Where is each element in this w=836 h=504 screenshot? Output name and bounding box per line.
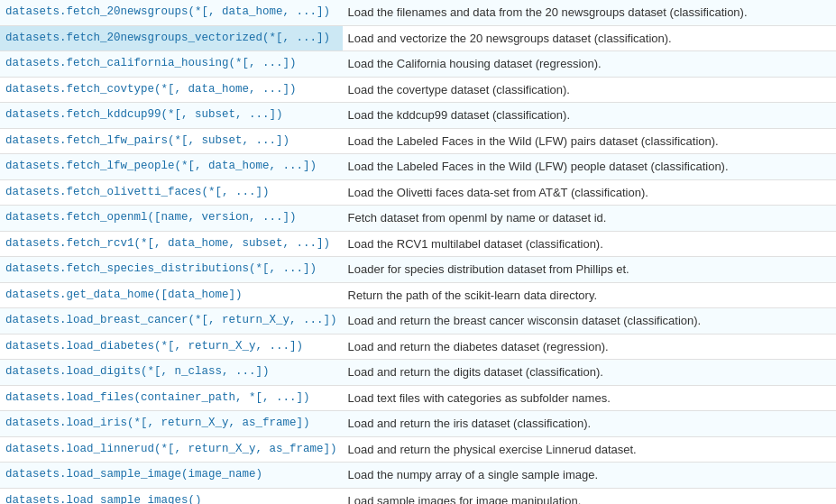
- function-signature[interactable]: datasets.load_sample_image(image_name): [0, 463, 343, 489]
- function-signature[interactable]: datasets.fetch_species_distributions(*[,…: [0, 257, 343, 283]
- function-signature[interactable]: datasets.load_breast_cancer(*[, return_X…: [0, 308, 343, 334]
- function-signature[interactable]: datasets.load_linnerud(*[, return_X_y, a…: [0, 436, 343, 463]
- function-description: Load and return the diabetes dataset (re…: [343, 334, 836, 360]
- table-row: datasets.fetch_openml([name, version, ..…: [0, 206, 836, 232]
- table-row: datasets.fetch_lfw_people(*[, data_home,…: [0, 154, 836, 180]
- function-signature[interactable]: datasets.fetch_california_housing(*[, ..…: [0, 51, 343, 78]
- function-signature[interactable]: datasets.load_sample_images(): [0, 488, 343, 504]
- function-description: Load and vectorize the 20 newsgroups dat…: [343, 25, 836, 51]
- function-signature[interactable]: datasets.load_iris(*[, return_X_y, as_fr…: [0, 411, 343, 437]
- function-signature[interactable]: datasets.fetch_openml([name, version, ..…: [0, 206, 343, 232]
- table-row: datasets.fetch_lfw_pairs(*[, subset, ...…: [0, 128, 836, 154]
- table-row: datasets.fetch_kddcup99(*[, subset, ...]…: [0, 103, 836, 129]
- function-description: Load the numpy array of a single sample …: [343, 463, 836, 489]
- function-signature[interactable]: datasets.fetch_20newsgroups_vectorized(*…: [0, 25, 343, 51]
- table-row: datasets.fetch_rcv1(*[, data_home, subse…: [0, 231, 836, 257]
- function-description: Loader for species distribution dataset …: [343, 257, 836, 283]
- dataset-functions-table: datasets.fetch_20newsgroups(*[, data_hom…: [0, 0, 836, 504]
- table-row: datasets.fetch_covtype(*[, data_home, ..…: [0, 77, 836, 103]
- table-row: datasets.fetch_20newsgroups(*[, data_hom…: [0, 0, 836, 25]
- table-row: datasets.load_files(container_path, *[, …: [0, 385, 836, 411]
- function-description: Load the filenames and data from the 20 …: [343, 0, 836, 25]
- table-row: datasets.fetch_species_distributions(*[,…: [0, 257, 836, 283]
- function-signature[interactable]: datasets.fetch_rcv1(*[, data_home, subse…: [0, 231, 343, 257]
- function-signature[interactable]: datasets.fetch_covtype(*[, data_home, ..…: [0, 77, 343, 103]
- function-signature[interactable]: datasets.fetch_lfw_people(*[, data_home,…: [0, 154, 343, 180]
- function-description: Fetch dataset from openml by name or dat…: [343, 206, 836, 232]
- function-signature[interactable]: datasets.fetch_20newsgroups(*[, data_hom…: [0, 0, 343, 25]
- table-row: datasets.get_data_home([data_home])Retur…: [0, 282, 836, 308]
- function-description: Load text files with categories as subfo…: [343, 385, 836, 411]
- function-signature[interactable]: datasets.fetch_kddcup99(*[, subset, ...]…: [0, 103, 343, 129]
- function-description: Load and return the physical exercise Li…: [343, 436, 836, 463]
- function-description: Load and return the digits dataset (clas…: [343, 360, 836, 386]
- table-row: datasets.load_linnerud(*[, return_X_y, a…: [0, 436, 836, 463]
- table-row: datasets.load_sample_image(image_name)Lo…: [0, 463, 836, 489]
- function-signature[interactable]: datasets.load_diabetes(*[, return_X_y, .…: [0, 334, 343, 360]
- function-signature[interactable]: datasets.fetch_lfw_pairs(*[, subset, ...…: [0, 128, 343, 154]
- function-description: Load the Olivetti faces data-set from AT…: [343, 179, 836, 206]
- function-description: Return the path of the scikit-learn data…: [343, 282, 836, 308]
- function-description: Load the Labeled Faces in the Wild (LFW)…: [343, 154, 836, 180]
- function-description: Load the covertype dataset (classificati…: [343, 77, 836, 103]
- function-description: Load and return the iris dataset (classi…: [343, 411, 836, 437]
- function-description: Load the Labeled Faces in the Wild (LFW)…: [343, 128, 836, 154]
- table-row: datasets.fetch_olivetti_faces(*[, ...])L…: [0, 179, 836, 206]
- function-description: Load the RCV1 multilabel dataset (classi…: [343, 231, 836, 257]
- table-row: datasets.load_iris(*[, return_X_y, as_fr…: [0, 411, 836, 437]
- function-description: Load the California housing dataset (reg…: [343, 51, 836, 78]
- table-row: datasets.load_breast_cancer(*[, return_X…: [0, 308, 836, 334]
- table-row: datasets.fetch_california_housing(*[, ..…: [0, 51, 836, 78]
- function-signature[interactable]: datasets.load_digits(*[, n_class, ...]): [0, 360, 343, 386]
- function-description: Load and return the breast cancer wiscon…: [343, 308, 836, 334]
- table-row: datasets.load_diabetes(*[, return_X_y, .…: [0, 334, 836, 360]
- function-signature[interactable]: datasets.fetch_olivetti_faces(*[, ...]): [0, 179, 343, 206]
- table-row: datasets.load_sample_images()Load sample…: [0, 488, 836, 504]
- function-signature[interactable]: datasets.load_files(container_path, *[, …: [0, 385, 343, 411]
- function-description: Load the kddcup99 dataset (classificatio…: [343, 103, 836, 129]
- table-row: datasets.load_digits(*[, n_class, ...])L…: [0, 360, 836, 386]
- function-signature[interactable]: datasets.get_data_home([data_home]): [0, 282, 343, 308]
- function-description: Load sample images for image manipulatio…: [343, 488, 836, 504]
- table-row: datasets.fetch_20newsgroups_vectorized(*…: [0, 25, 836, 51]
- api-table: datasets.fetch_20newsgroups(*[, data_hom…: [0, 0, 836, 504]
